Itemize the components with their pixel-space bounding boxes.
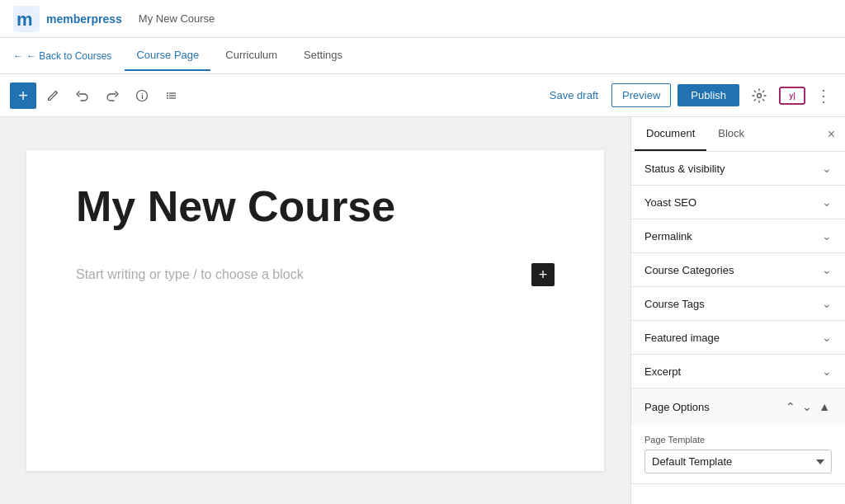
chevron-down-icon: ⌄ bbox=[822, 365, 832, 378]
section-permalink: Permalink ⌄ bbox=[631, 219, 845, 253]
info-button[interactable]: i bbox=[129, 82, 155, 109]
edit-tool-button[interactable] bbox=[40, 82, 66, 109]
memberpress-logo: m bbox=[13, 6, 40, 32]
svg-point-10 bbox=[758, 93, 762, 97]
list-icon bbox=[165, 89, 178, 102]
info-icon: i bbox=[135, 89, 149, 102]
redo-button[interactable] bbox=[99, 82, 125, 109]
back-to-courses-link[interactable]: ← ← Back to Courses bbox=[13, 50, 111, 62]
toolbar: + i bbox=[0, 74, 845, 117]
chevron-down-icon: ⌄ bbox=[822, 229, 832, 243]
save-draft-button[interactable]: Save draft bbox=[543, 84, 605, 106]
chevron-down-icon: ⌄ bbox=[822, 297, 832, 310]
page-template-select[interactable]: Default Template Full Width No Sidebar bbox=[644, 450, 832, 473]
editor-area: My New Course Start writing or type / to… bbox=[0, 117, 630, 504]
section-excerpt-label: Excerpt bbox=[644, 365, 681, 378]
chevron-down-icon: ⌄ bbox=[822, 263, 832, 276]
page-template-label: Page Template bbox=[644, 435, 832, 445]
redo-icon bbox=[106, 89, 119, 102]
svg-text:i: i bbox=[141, 92, 144, 101]
gear-icon bbox=[752, 88, 767, 103]
inline-add-block-button[interactable]: + bbox=[531, 263, 555, 286]
tab-curriculum[interactable]: Curriculum bbox=[214, 40, 289, 71]
pencil-icon bbox=[46, 89, 59, 102]
placeholder-row: Start writing or type / to choose a bloc… bbox=[76, 263, 555, 286]
course-title[interactable]: My New Course bbox=[76, 183, 555, 230]
publish-button[interactable]: Publish bbox=[677, 84, 739, 106]
section-page-options: Page Options ⌃ ⌄ ▲ Page Template Default… bbox=[631, 389, 845, 484]
section-permalink-header[interactable]: Permalink ⌄ bbox=[631, 219, 845, 252]
back-arrow-icon: ← bbox=[13, 50, 23, 62]
add-block-button[interactable]: + bbox=[10, 82, 36, 109]
section-page-options-header[interactable]: Page Options ⌃ ⌄ ▲ bbox=[631, 389, 845, 425]
page-options-controls: ⌃ ⌄ ▲ bbox=[784, 398, 832, 415]
page-options-down-button[interactable]: ⌄ bbox=[800, 398, 814, 415]
sidebar-tab-block[interactable]: Block bbox=[706, 117, 756, 151]
section-course-tags: Course Tags ⌄ bbox=[631, 287, 845, 321]
preview-button[interactable]: Preview bbox=[611, 83, 671, 107]
undo-button[interactable] bbox=[69, 82, 96, 109]
section-yoast-seo-label: Yoast SEO bbox=[644, 196, 696, 209]
page-options-collapse-button[interactable]: ▲ bbox=[817, 398, 832, 415]
back-label: ← Back to Courses bbox=[26, 50, 111, 62]
section-status-visibility-header[interactable]: Status & visibility ⌄ bbox=[631, 152, 845, 185]
list-view-button[interactable] bbox=[158, 82, 185, 109]
admin-bar-title: My New Course bbox=[139, 12, 215, 25]
chevron-down-icon: ⌄ bbox=[822, 162, 832, 175]
section-status-visibility: Status & visibility ⌄ bbox=[631, 152, 845, 186]
svg-point-7 bbox=[167, 92, 168, 94]
toolbar-right: Save draft Preview Publish y| ⋮ bbox=[543, 82, 835, 109]
section-course-categories-header[interactable]: Course Categories ⌄ bbox=[631, 253, 845, 286]
section-course-categories-label: Course Categories bbox=[644, 264, 734, 276]
editor-placeholder-text[interactable]: Start writing or type / to choose a bloc… bbox=[76, 267, 304, 282]
section-page-options-label: Page Options bbox=[644, 401, 710, 413]
undo-icon bbox=[76, 89, 89, 102]
page-options-up-button[interactable]: ⌃ bbox=[784, 398, 797, 415]
chevron-down-icon: ⌄ bbox=[822, 331, 832, 344]
yoast-button[interactable]: y| bbox=[779, 87, 805, 105]
settings-button[interactable] bbox=[746, 82, 772, 109]
svg-point-8 bbox=[167, 95, 168, 97]
section-yoast-seo: Yoast SEO ⌄ bbox=[631, 186, 845, 219]
section-status-visibility-label: Status & visibility bbox=[644, 163, 725, 175]
section-course-categories: Course Categories ⌄ bbox=[631, 253, 845, 287]
nav-tabs: ← ← Back to Courses Course Page Curricul… bbox=[0, 38, 845, 74]
yoast-label: y| bbox=[789, 92, 795, 100]
svg-point-9 bbox=[167, 97, 168, 99]
logo-area: m memberpress bbox=[13, 6, 122, 32]
section-featured-image-label: Featured image bbox=[644, 332, 720, 344]
section-course-tags-header[interactable]: Course Tags ⌄ bbox=[631, 287, 845, 320]
section-course-tags-label: Course Tags bbox=[644, 298, 705, 310]
section-yoast-seo-header[interactable]: Yoast SEO ⌄ bbox=[631, 186, 845, 219]
section-permalink-label: Permalink bbox=[644, 230, 692, 243]
svg-text:m: m bbox=[17, 9, 33, 30]
more-options-button[interactable]: ⋮ bbox=[812, 82, 835, 109]
chevron-down-icon: ⌄ bbox=[822, 195, 832, 209]
editor-content: My New Course Start writing or type / to… bbox=[26, 150, 604, 471]
sidebar: Document Block × Status & visibility ⌄ Y… bbox=[630, 117, 845, 504]
sidebar-close-button[interactable]: × bbox=[821, 120, 842, 148]
main-layout: My New Course Start writing or type / to… bbox=[0, 117, 845, 504]
sidebar-tab-document[interactable]: Document bbox=[635, 117, 706, 151]
section-featured-image-header[interactable]: Featured image ⌄ bbox=[631, 321, 845, 354]
admin-bar: m memberpress My New Course bbox=[0, 0, 845, 38]
section-excerpt: Excerpt ⌄ bbox=[631, 355, 845, 389]
section-page-options-content: Page Template Default Template Full Widt… bbox=[631, 425, 845, 483]
sidebar-header: Document Block × bbox=[631, 117, 845, 152]
tab-course-page[interactable]: Course Page bbox=[125, 40, 210, 71]
tab-settings[interactable]: Settings bbox=[292, 40, 354, 71]
section-excerpt-header[interactable]: Excerpt ⌄ bbox=[631, 355, 845, 388]
toolbar-left: + i bbox=[10, 82, 540, 109]
section-featured-image: Featured image ⌄ bbox=[631, 321, 845, 355]
brand-name: memberpress bbox=[46, 12, 122, 26]
